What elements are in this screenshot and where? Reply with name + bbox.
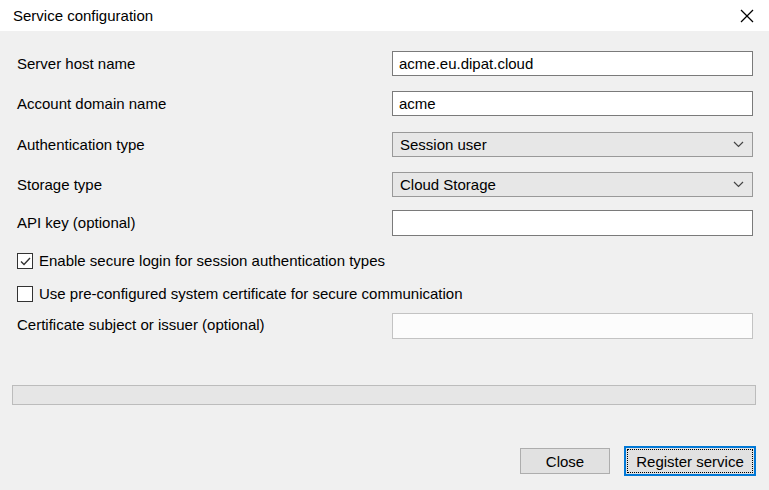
- secure-login-checkbox-label: Enable secure login for session authenti…: [39, 252, 385, 270]
- chevron-down-icon: [733, 141, 744, 148]
- server-host-name-label: Server host name: [17, 55, 135, 73]
- register-service-button[interactable]: Register service: [624, 446, 756, 476]
- api-key-input[interactable]: [392, 210, 753, 236]
- authentication-type-select[interactable]: Session user: [392, 132, 753, 157]
- close-icon[interactable]: [724, 0, 769, 31]
- system-certificate-checkbox-row: Use pre-configured system certificate fo…: [17, 285, 463, 303]
- progress-bar: [12, 385, 756, 405]
- system-certificate-checkbox-label: Use pre-configured system certificate fo…: [39, 285, 463, 303]
- storage-type-value: Cloud Storage: [400, 176, 496, 193]
- account-domain-name-label: Account domain name: [17, 95, 166, 113]
- check-icon: [20, 257, 31, 266]
- secure-login-checkbox-row: Enable secure login for session authenti…: [17, 252, 385, 270]
- dialog-title: Service configuration: [13, 7, 153, 24]
- storage-type-label: Storage type: [17, 176, 102, 194]
- certificate-subject-label: Certificate subject or issuer (optional): [17, 316, 265, 334]
- system-certificate-checkbox[interactable]: [17, 286, 33, 302]
- titlebar: Service configuration: [0, 0, 769, 31]
- storage-type-select[interactable]: Cloud Storage: [392, 172, 753, 197]
- api-key-label: API key (optional): [17, 214, 135, 232]
- certificate-subject-input: [392, 313, 753, 339]
- server-host-name-input[interactable]: [392, 51, 753, 76]
- authentication-type-value: Session user: [400, 136, 487, 153]
- account-domain-name-input[interactable]: [392, 91, 753, 116]
- authentication-type-label: Authentication type: [17, 136, 145, 154]
- service-configuration-dialog: Service configuration Server host name A…: [0, 0, 769, 490]
- close-button[interactable]: Close: [520, 448, 610, 474]
- secure-login-checkbox[interactable]: [17, 253, 33, 269]
- chevron-down-icon: [733, 181, 744, 188]
